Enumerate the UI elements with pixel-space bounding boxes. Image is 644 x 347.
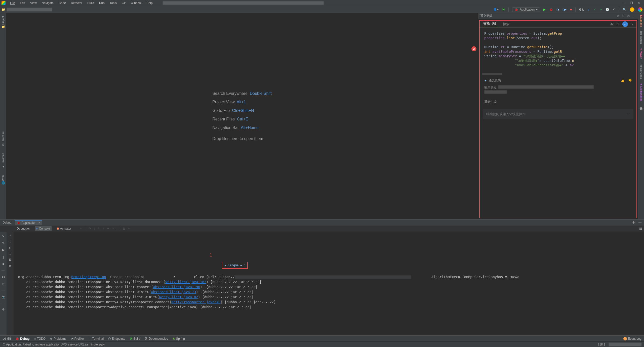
menu-view[interactable]: View <box>28 1 39 5</box>
tab-console[interactable]: ▸Console <box>35 226 52 231</box>
git-push-button[interactable]: ↗ <box>599 8 602 11</box>
rail-favorites[interactable]: ★ Favorites <box>1 152 5 169</box>
prompt-input[interactable] <box>486 112 627 116</box>
tab-search[interactable]: 搜索 <box>503 22 509 26</box>
chevron-down-icon[interactable]: ▾ <box>631 22 633 26</box>
tw-todo[interactable]: ≡TODO <box>34 337 46 340</box>
menu-code[interactable]: Code <box>56 1 68 5</box>
tab-qa[interactable]: 智能问答 <box>483 21 496 27</box>
menu-build[interactable]: Build <box>85 1 97 5</box>
with-me-icon[interactable]: 👤▾ <box>493 8 499 11</box>
rail-ide-howto[interactable]: IdeHowTo1 <box>640 30 643 44</box>
notification-badge[interactable]: 2 <box>471 46 476 51</box>
menu-run[interactable]: Run <box>97 1 107 5</box>
debug-session-tab[interactable]: 🐞 Application × <box>15 220 42 225</box>
git-update-button[interactable]: ↙ <box>587 8 590 11</box>
avatar-icon[interactable] <box>630 7 634 12</box>
gear-icon[interactable]: ⚙ <box>632 221 635 224</box>
regenerate-button[interactable]: 重新生成 <box>484 100 496 104</box>
run-config-selector[interactable]: 🐞 Application ▾ <box>512 7 540 12</box>
menu-navigate[interactable]: Navigate <box>39 1 56 5</box>
rail-structure[interactable]: ⌬ Structure <box>1 130 5 147</box>
tw-terminal[interactable]: ▢Terminal <box>89 337 104 340</box>
minimize-button[interactable]: — <box>623 1 626 5</box>
scroll-end-icon[interactable]: ⤓ <box>9 252 11 256</box>
maximize-button[interactable]: ❐ <box>630 1 633 5</box>
rail-web[interactable]: 🌐 Web <box>1 174 5 186</box>
exception-link[interactable]: RemotingException <box>71 275 106 279</box>
source-link[interactable]: AbstractClient.java:73 <box>151 290 196 294</box>
tw-debug[interactable]: 🐞Debug <box>15 337 29 340</box>
status-hide-icon[interactable]: ▢ <box>3 343 5 346</box>
build-icon[interactable]: ⚒ <box>502 8 505 11</box>
step-over-icon[interactable]: ↷ <box>89 227 91 230</box>
modify-button[interactable]: ✎ <box>2 241 5 245</box>
rail-database[interactable]: Database <box>640 15 643 27</box>
send-button[interactable]: → <box>627 112 630 116</box>
mute-breakpoints-button[interactable]: ⊘ <box>2 282 5 286</box>
debug-button[interactable]: 🐞 <box>549 8 553 11</box>
step-into-icon[interactable]: ↓ <box>94 227 95 230</box>
new-chat-button[interactable]: ⊕ <box>610 22 613 26</box>
project-folder-icon[interactable]: 📁 <box>2 8 5 11</box>
drop-frame-icon[interactable]: ⤺ <box>107 227 109 230</box>
thumbs-down-button[interactable]: 👎 <box>628 79 632 82</box>
menu-file[interactable]: File <box>8 1 17 5</box>
tw-endpoints[interactable]: ⬡Endpoints <box>108 337 125 340</box>
event-log-button[interactable]: Event Log <box>623 337 641 340</box>
clear-icon[interactable]: 🗑 <box>9 264 12 268</box>
force-step-into-icon[interactable]: ⇓ <box>98 227 100 230</box>
tw-profiler[interactable]: ◔Profiler <box>71 337 84 340</box>
search-everywhere-button[interactable]: 🔍 <box>623 8 626 11</box>
user-avatar[interactable]: c <box>622 21 628 27</box>
rail-restservices[interactable]: RestServices <box>640 63 643 79</box>
rail-project[interactable]: 📁 Project <box>1 15 5 30</box>
source-link[interactable]: NettyClient.java:82 <box>159 295 198 299</box>
run-button[interactable]: ▶ <box>543 8 546 11</box>
console-output[interactable]: 1 ✦Lingma→: org.apache.dubbo.remoting.Re… <box>14 232 644 335</box>
layout-settings-icon[interactable]: ▦ <box>639 227 642 230</box>
tw-problems[interactable]: ⊘Problems <box>50 337 66 340</box>
print-icon[interactable]: 🖶 <box>9 258 12 262</box>
settings-button[interactable]: ⚙ <box>2 308 5 311</box>
stop-button[interactable]: ■ <box>570 8 572 11</box>
caret-position[interactable]: 318:1 <box>598 343 605 346</box>
menu-edit[interactable]: Edit <box>17 1 28 5</box>
profile-button[interactable]: ◔ <box>556 8 559 11</box>
resume-button[interactable]: ▶ <box>2 248 5 252</box>
down-arrow-icon[interactable]: ↓ <box>9 240 11 244</box>
up-arrow-icon[interactable]: ↑ <box>9 234 11 238</box>
stop-button[interactable]: ■ <box>2 262 4 266</box>
lingma-suggestion[interactable]: ✦Lingma→: <box>222 262 248 269</box>
menu-refactor[interactable]: Refactor <box>68 1 85 5</box>
minimize-panel-button[interactable]: — <box>633 14 636 18</box>
show-exec-point-icon[interactable]: ≡ <box>80 227 82 230</box>
close-button[interactable]: ✕ <box>637 1 640 5</box>
thumbs-up-button[interactable]: 👍 <box>621 79 625 82</box>
trace-icon[interactable]: ≋ <box>128 227 130 230</box>
evaluate-icon[interactable]: ▦ <box>123 227 125 230</box>
git-rollback-button[interactable]: ↶ <box>613 8 615 11</box>
gear-icon[interactable]: ⚙ <box>627 14 630 18</box>
tab-debugger[interactable]: Debugger <box>15 226 31 231</box>
menu-tools[interactable]: Tools <box>107 1 119 5</box>
view-breakpoints-button[interactable]: ●● <box>2 275 5 279</box>
menu-window[interactable]: Window <box>128 1 144 5</box>
rail-maven[interactable]: m Maven <box>640 48 643 59</box>
coverage-button[interactable]: ◑▾ <box>562 8 567 11</box>
help-button[interactable]: ? <box>622 14 624 18</box>
tw-spring[interactable]: ❀Spring <box>173 337 185 340</box>
source-link[interactable]: NettyTransporter.java:40 <box>172 300 221 304</box>
history-button[interactable]: ↺ <box>616 22 619 26</box>
source-link[interactable]: AbstractClient.java:198 <box>153 285 200 289</box>
menu-help[interactable]: Help <box>144 1 155 5</box>
thread-dump-button[interactable]: 📷 <box>2 295 5 298</box>
close-tab-icon[interactable]: × <box>38 221 40 225</box>
tw-dependencies[interactable]: ⛓Dependencies <box>145 337 168 340</box>
tw-git[interactable]: ⎇Git <box>3 337 11 340</box>
git-history-button[interactable]: 🕓 <box>606 8 609 11</box>
tab-actuator[interactable]: ⬢Actuator <box>55 226 73 231</box>
create-breakpoint[interactable]: Create breakpoint <box>110 275 145 279</box>
popup-button[interactable]: ⧉ <box>617 14 619 18</box>
run-to-cursor-icon[interactable]: →| <box>112 227 115 230</box>
